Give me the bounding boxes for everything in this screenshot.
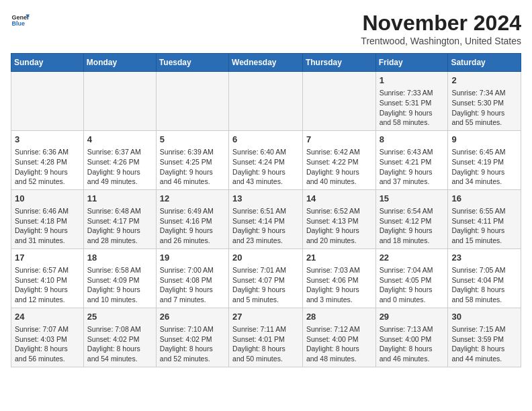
cell-info: Daylight: 8 hours and 46 minutes. xyxy=(380,344,445,363)
cell-info: Sunset: 4:02 PM xyxy=(87,334,152,345)
cell-info: Sunset: 4:24 PM xyxy=(232,157,299,167)
day-number: 23 xyxy=(451,252,517,264)
calendar-week-4: 17Sunrise: 6:57 AMSunset: 4:10 PMDayligh… xyxy=(11,248,521,308)
cell-info: Sunrise: 7:03 AM xyxy=(306,265,372,275)
cell-info: Sunrise: 7:07 AM xyxy=(15,324,80,334)
calendar-cell: 10Sunrise: 6:46 AMSunset: 4:18 PMDayligh… xyxy=(11,189,84,248)
cell-info: Daylight: 9 hours and 43 minutes. xyxy=(232,167,299,187)
day-number: 6 xyxy=(232,134,299,146)
calendar-cell: 21Sunrise: 7:03 AMSunset: 4:06 PMDayligh… xyxy=(302,248,375,308)
calendar-cell: 27Sunrise: 7:11 AMSunset: 4:01 PMDayligh… xyxy=(229,308,303,367)
calendar-table: SundayMondayTuesdayWednesdayThursdayFrid… xyxy=(11,53,521,367)
cell-info: Daylight: 9 hours and 55 minutes. xyxy=(451,108,517,128)
cell-info: Sunset: 3:59 PM xyxy=(451,334,517,345)
cell-info: Daylight: 8 hours and 50 minutes. xyxy=(232,344,299,363)
location: Trentwood, Washington, United States xyxy=(361,36,521,46)
cell-info: Sunrise: 7:11 AM xyxy=(232,324,299,334)
day-number: 19 xyxy=(160,252,225,264)
day-number: 4 xyxy=(87,134,152,146)
cell-info: Daylight: 9 hours and 3 minutes. xyxy=(306,285,372,304)
cell-info: Sunset: 4:13 PM xyxy=(306,216,372,226)
calendar-cell: 4Sunrise: 6:37 AMSunset: 4:26 PMDaylight… xyxy=(83,130,156,189)
cell-info: Sunrise: 6:52 AM xyxy=(306,206,372,216)
logo-icon: General Blue xyxy=(11,11,30,30)
cell-info: Daylight: 9 hours and 15 minutes. xyxy=(451,226,517,245)
page-header: General Blue General Blue November 2024 … xyxy=(11,11,521,46)
calendar-cell: 12Sunrise: 6:49 AMSunset: 4:16 PMDayligh… xyxy=(156,189,228,248)
cell-info: Sunset: 4:11 PM xyxy=(451,216,517,226)
day-number: 1 xyxy=(380,75,445,87)
cell-info: Daylight: 9 hours and 52 minutes. xyxy=(15,167,80,187)
cell-info: Sunset: 4:08 PM xyxy=(160,275,225,285)
calendar-cell: 25Sunrise: 7:08 AMSunset: 4:02 PMDayligh… xyxy=(83,308,156,367)
cell-info: Sunset: 4:00 PM xyxy=(380,334,445,345)
day-number: 8 xyxy=(380,134,445,146)
cell-info: Sunset: 4:17 PM xyxy=(87,216,152,226)
cell-info: Sunrise: 6:46 AM xyxy=(15,206,80,216)
calendar-cell: 7Sunrise: 6:42 AMSunset: 4:22 PMDaylight… xyxy=(302,130,375,189)
calendar-week-1: 1Sunrise: 7:33 AMSunset: 5:31 PMDaylight… xyxy=(11,72,521,131)
day-number: 3 xyxy=(15,134,80,146)
cell-info: Sunrise: 6:40 AM xyxy=(232,147,299,157)
cell-info: Sunrise: 6:39 AM xyxy=(160,147,225,157)
day-number: 27 xyxy=(232,311,299,323)
calendar-cell: 11Sunrise: 6:48 AMSunset: 4:17 PMDayligh… xyxy=(83,189,156,248)
calendar-cell: 17Sunrise: 6:57 AMSunset: 4:10 PMDayligh… xyxy=(11,248,84,308)
day-number: 24 xyxy=(15,311,80,323)
cell-info: Daylight: 9 hours and 0 minutes. xyxy=(380,285,445,304)
cell-info: Sunrise: 6:42 AM xyxy=(306,147,372,157)
calendar-cell: 9Sunrise: 6:45 AMSunset: 4:19 PMDaylight… xyxy=(448,130,521,189)
cell-info: Sunrise: 7:15 AM xyxy=(451,324,517,334)
cell-info: Sunrise: 6:51 AM xyxy=(232,206,299,216)
header-row: SundayMondayTuesdayWednesdayThursdayFrid… xyxy=(11,54,521,72)
day-number: 29 xyxy=(380,311,445,323)
cell-info: Sunrise: 6:54 AM xyxy=(380,206,445,216)
cell-info: Daylight: 9 hours and 7 minutes. xyxy=(160,285,225,304)
cell-info: Daylight: 9 hours and 10 minutes. xyxy=(87,285,152,304)
day-number: 26 xyxy=(160,311,225,323)
calendar-cell: 16Sunrise: 6:55 AMSunset: 4:11 PMDayligh… xyxy=(448,189,521,248)
weekday-header-wednesday: Wednesday xyxy=(229,54,303,72)
cell-info: Sunrise: 7:00 AM xyxy=(160,265,225,275)
cell-info: Sunset: 4:02 PM xyxy=(160,334,225,345)
day-number: 18 xyxy=(87,252,152,264)
cell-info: Daylight: 9 hours and 31 minutes. xyxy=(15,226,80,245)
cell-info: Sunset: 4:26 PM xyxy=(87,157,152,167)
cell-info: Sunrise: 7:08 AM xyxy=(87,324,152,334)
cell-info: Sunrise: 7:33 AM xyxy=(380,88,445,98)
cell-info: Sunrise: 6:57 AM xyxy=(15,265,80,275)
cell-info: Sunset: 4:25 PM xyxy=(160,157,225,167)
cell-info: Sunrise: 6:37 AM xyxy=(87,147,152,157)
cell-info: Daylight: 8 hours and 48 minutes. xyxy=(306,344,372,363)
weekday-header-sunday: Sunday xyxy=(11,54,84,72)
calendar-cell: 1Sunrise: 7:33 AMSunset: 5:31 PMDaylight… xyxy=(375,72,448,131)
day-number: 9 xyxy=(451,134,517,146)
cell-info: Sunset: 4:22 PM xyxy=(306,157,372,167)
calendar-cell xyxy=(156,72,228,131)
cell-info: Sunset: 4:04 PM xyxy=(451,275,517,285)
day-number: 28 xyxy=(306,311,372,323)
day-number: 10 xyxy=(15,193,80,205)
weekday-header-saturday: Saturday xyxy=(448,54,521,72)
day-number: 22 xyxy=(380,252,445,264)
cell-info: Sunset: 4:03 PM xyxy=(15,334,80,345)
day-number: 21 xyxy=(306,252,372,264)
calendar-cell: 19Sunrise: 7:00 AMSunset: 4:08 PMDayligh… xyxy=(156,248,228,308)
cell-info: Sunset: 4:01 PM xyxy=(232,334,299,345)
calendar-cell: 13Sunrise: 6:51 AMSunset: 4:14 PMDayligh… xyxy=(229,189,303,248)
cell-info: Sunset: 4:00 PM xyxy=(306,334,372,345)
calendar-cell: 3Sunrise: 6:36 AMSunset: 4:28 PMDaylight… xyxy=(11,130,84,189)
title-block: November 2024 Trentwood, Washington, Uni… xyxy=(361,11,521,46)
calendar-cell xyxy=(83,72,156,131)
calendar-body: 1Sunrise: 7:33 AMSunset: 5:31 PMDaylight… xyxy=(11,72,521,367)
cell-info: Sunset: 4:19 PM xyxy=(451,157,517,167)
cell-info: Daylight: 9 hours and 37 minutes. xyxy=(380,167,445,187)
calendar-cell: 5Sunrise: 6:39 AMSunset: 4:25 PMDaylight… xyxy=(156,130,228,189)
cell-info: Sunset: 4:09 PM xyxy=(87,275,152,285)
cell-info: Sunrise: 7:12 AM xyxy=(306,324,372,334)
calendar-cell: 15Sunrise: 6:54 AMSunset: 4:12 PMDayligh… xyxy=(375,189,448,248)
calendar-header: SundayMondayTuesdayWednesdayThursdayFrid… xyxy=(11,54,521,72)
day-number: 13 xyxy=(232,193,299,205)
day-number: 20 xyxy=(232,252,299,264)
cell-info: Sunset: 4:06 PM xyxy=(306,275,372,285)
